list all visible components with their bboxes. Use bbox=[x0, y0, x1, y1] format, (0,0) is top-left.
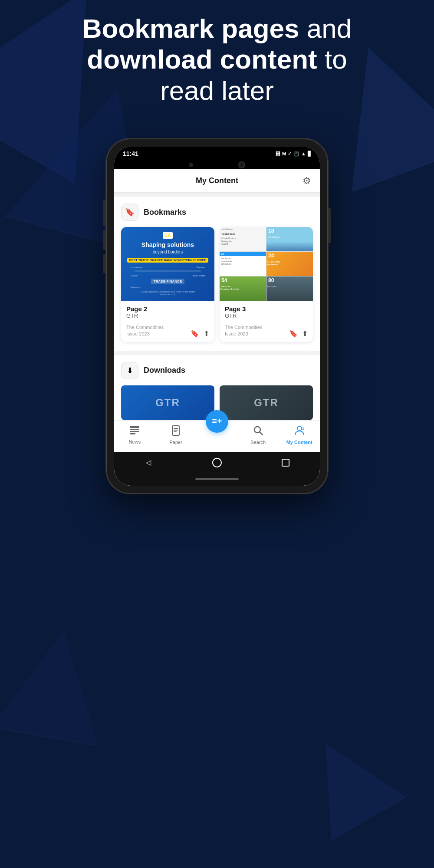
nav-news-label: News bbox=[129, 439, 141, 444]
nav-search-label: Search bbox=[250, 440, 266, 445]
bookmark-actions-2[interactable]: 🔖 ⬆ bbox=[289, 329, 308, 338]
my-content-icon bbox=[294, 425, 305, 438]
thumb-finance: CA Shaping solutions beyond borders BEST… bbox=[121, 227, 214, 301]
settings-icon[interactable]: ⚙ bbox=[302, 175, 311, 187]
thumb-map bbox=[135, 270, 201, 272]
download-card-2[interactable]: GTR bbox=[220, 385, 313, 420]
bookmark-actions-1[interactable]: 🔖 ⬆ bbox=[191, 329, 209, 338]
svg-rect-7 bbox=[174, 431, 177, 432]
android-nav: ◁ bbox=[114, 452, 320, 473]
volume-button-down bbox=[103, 254, 105, 273]
svg-rect-3 bbox=[130, 433, 135, 434]
bookmarks-header: 🔖 Bookmarks bbox=[121, 204, 313, 221]
fab-container: ≡+ bbox=[206, 410, 228, 433]
bookmark-page-2: Page 3 bbox=[225, 305, 308, 312]
nav-my-content-label: My Content bbox=[286, 440, 312, 445]
nav-my-content[interactable]: My Content bbox=[279, 425, 320, 445]
home-indicator bbox=[195, 478, 239, 480]
bookmark-card-1[interactable]: CA Shaping solutions beyond borders BEST… bbox=[121, 227, 214, 342]
download-text-1: GTR bbox=[155, 397, 180, 409]
trade-finance-label: TRADE FINANCE bbox=[151, 279, 184, 284]
app-title: My Content bbox=[196, 176, 238, 185]
status-bar: 11:41 🖼 M ✓ 📳 ▲ ▊ bbox=[114, 147, 320, 161]
camera-dot-small bbox=[189, 163, 193, 167]
camera-dot-main bbox=[238, 161, 245, 168]
volume-button-up bbox=[103, 230, 105, 250]
thumb-subtitle: beyond borders bbox=[153, 250, 183, 254]
android-home-btn[interactable] bbox=[210, 456, 224, 469]
download-icon: ⬇ bbox=[127, 366, 133, 375]
bookmark-pub-1: The CommoditiesIssue 2023 bbox=[126, 324, 164, 338]
bottom-nav: ≡+ News bbox=[114, 420, 320, 452]
phone-outer-shell: 11:41 🖼 M ✓ 📳 ▲ ▊ My Content bbox=[106, 139, 328, 493]
phone-screen: 11:41 🖼 M ✓ 📳 ▲ ▊ My Content bbox=[114, 147, 320, 486]
bookmark-save-icon-2[interactable]: 🔖 bbox=[289, 329, 298, 338]
gmail-icon: M bbox=[282, 151, 286, 156]
battery-icon: ▊ bbox=[308, 151, 311, 157]
bookmark-source-1: GTR bbox=[126, 312, 209, 319]
thumb-magazine: In this Issue • Global News • Trade Fina… bbox=[220, 227, 313, 301]
t2-cell-1: In this Issue • Global News • Trade Fina… bbox=[220, 227, 266, 251]
svg-rect-5 bbox=[174, 428, 178, 429]
download-section-icon: ⬇ bbox=[121, 362, 138, 379]
wifi-icon: ▲ bbox=[301, 151, 306, 156]
svg-point-10 bbox=[297, 426, 302, 431]
bookmark-card-2[interactable]: In this Issue • Global News • Trade Fina… bbox=[220, 227, 313, 342]
recent-icon bbox=[282, 459, 289, 467]
nav-search[interactable]: Search bbox=[237, 425, 279, 445]
thumb-labels-3: Network bbox=[131, 286, 205, 289]
search-icon bbox=[253, 425, 263, 438]
hero-section: Bookmark pages and download content to r… bbox=[0, 13, 434, 106]
bookmark-section-icon: 🔖 bbox=[121, 204, 138, 221]
bookmark-save-icon[interactable]: 🔖 bbox=[191, 329, 199, 338]
thumb-labels: Innovative Partner bbox=[131, 266, 205, 269]
svg-line-9 bbox=[260, 432, 263, 435]
bookmark-thumb-2: In this Issue • Global News • Trade Fina… bbox=[220, 227, 313, 301]
bookmark-page-1: Page 2 bbox=[126, 305, 209, 312]
download-card-1[interactable]: GTR bbox=[121, 385, 214, 420]
thumb-labels-2: Expert Tailor-made bbox=[131, 274, 205, 277]
hero-line3: read later bbox=[160, 76, 274, 105]
fab-icon: ≡+ bbox=[212, 416, 222, 426]
bookmark-info-1: Page 2 GTR The CommoditiesIssue 2023 🔖 ⬆ bbox=[121, 301, 214, 342]
download-text-2: GTR bbox=[254, 397, 279, 409]
camera-area bbox=[114, 161, 320, 169]
android-back-btn[interactable]: ◁ bbox=[142, 456, 155, 469]
check-icon: ✓ bbox=[288, 151, 292, 157]
bookmark-info-2: Page 3 GTR The CommoditiesIssue 2023 🔖 ⬆ bbox=[220, 301, 313, 342]
svg-rect-6 bbox=[174, 430, 178, 431]
t2-cell-3: 22 Key trendssustainableagriculture bbox=[220, 252, 266, 276]
nav-news[interactable]: News bbox=[114, 426, 155, 444]
bookmark-source-2: GTR bbox=[225, 312, 308, 319]
bookmark-thumb-1: CA Shaping solutions beyond borders BEST… bbox=[121, 227, 214, 301]
app-content: My Content ⚙ 🔖 Bookmarks bbox=[114, 169, 320, 486]
android-recent-btn[interactable] bbox=[279, 456, 292, 469]
t2-cell-5: 54 Voice forReview of policy bbox=[220, 276, 266, 301]
thumb-badge: BEST TRADE FINANCE BANK IN WESTERN EUROP… bbox=[127, 258, 208, 263]
bookmark-share-icon[interactable]: ⬆ bbox=[204, 329, 209, 338]
home-icon bbox=[212, 458, 222, 467]
bookmark-footer-1: The CommoditiesIssue 2023 🔖 ⬆ bbox=[126, 324, 209, 338]
status-time: 11:41 bbox=[123, 150, 138, 157]
bookmarks-grid: CA Shaping solutions beyond borders BEST… bbox=[121, 227, 313, 342]
nav-paper-label: Paper bbox=[170, 440, 182, 445]
fab-button[interactable]: ≡+ bbox=[206, 410, 228, 433]
paper-icon bbox=[171, 425, 180, 438]
bookmark-share-icon-2[interactable]: ⬆ bbox=[302, 329, 308, 338]
bookmarks-section: 🔖 Bookmarks CA Shaping solutions beyond bbox=[114, 197, 320, 351]
hero-bold-1: Bookmark pages bbox=[82, 13, 299, 43]
t2-cell-4: 24 GTR Dealsreviewed bbox=[266, 252, 313, 276]
t2-cell-6: 80 Horizon bbox=[266, 276, 313, 301]
phone-device: 11:41 🖼 M ✓ 📳 ▲ ▊ My Content bbox=[106, 139, 328, 493]
ca-logo: CA bbox=[163, 232, 173, 239]
thumb-title: Shaping solutions bbox=[141, 241, 194, 249]
thumb-bottom-text: Crédit Agricole Corporate and Investment… bbox=[141, 290, 195, 296]
nav-paper[interactable]: Paper bbox=[155, 425, 197, 445]
hero-rest-1: and bbox=[299, 13, 352, 43]
bookmark-pub-2: The CommoditiesIssue 2023 bbox=[225, 324, 262, 338]
back-icon: ◁ bbox=[146, 458, 151, 467]
svg-rect-0 bbox=[130, 426, 139, 428]
vibrate-icon: 📳 bbox=[293, 151, 299, 157]
hero-rest-2: to bbox=[317, 44, 347, 74]
status-icons: 🖼 M ✓ 📳 ▲ ▊ bbox=[276, 151, 311, 157]
